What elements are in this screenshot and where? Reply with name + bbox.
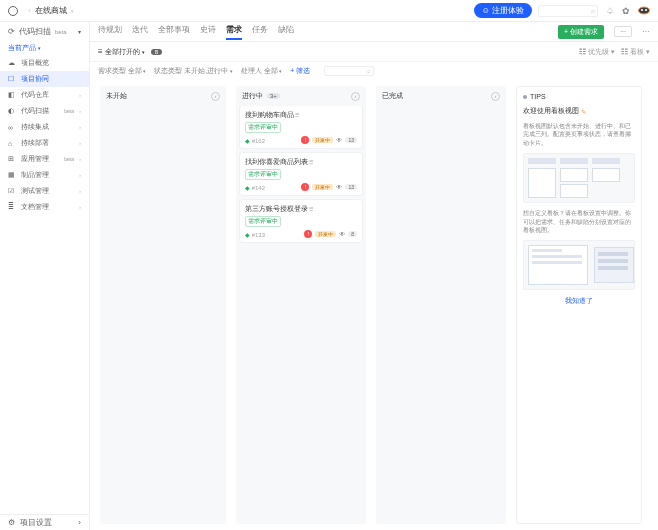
tab-0[interactable]: 待规划: [98, 24, 122, 40]
sidebar-item-icon: ◧: [8, 91, 16, 99]
more-icon[interactable]: ⋯: [642, 27, 650, 36]
tips-paragraph: 看板视图默认包含未开始、进行中、和已完成三列。配置类页事项状态，请查看挪动卡片。: [523, 122, 635, 147]
card-number-badge: 8: [348, 231, 357, 237]
card-id: #133: [245, 231, 265, 238]
view-mode-selector[interactable]: 看板 ▾: [621, 47, 650, 57]
sidebar-item-icon: ▦: [8, 171, 16, 179]
tab-1[interactable]: 迭代: [132, 24, 148, 40]
sort-selector[interactable]: 优先级 ▾: [579, 47, 615, 57]
tips-illustration-2: [523, 240, 635, 290]
kanban-card[interactable]: 第三方账号授权登录 需求评审中 #133 ! 开发中 👁 8: [240, 200, 362, 242]
tips-paragraph-2: 想自定义看板？请在看板设置中调整。你可以把需求、任务和缺陷分别设置对应的看板视图…: [523, 209, 635, 234]
filter-count-badge: 8: [151, 49, 162, 55]
watch-icon[interactable]: 👁: [336, 137, 342, 143]
search-input[interactable]: ⌕: [324, 66, 374, 76]
add-filter[interactable]: + 筛选: [290, 66, 310, 76]
sidebar-item-icon: ⌂: [8, 140, 16, 147]
pencil-icon: ✎: [581, 108, 586, 115]
global-search-input[interactable]: ⌕: [538, 5, 598, 17]
product-name[interactable]: 在线商城: [35, 5, 67, 16]
kanban-card[interactable]: 搜到购物车商品 需求评审中 #162 ! 开发中 👁 13: [240, 106, 362, 148]
gear-icon: ⚙: [8, 518, 15, 527]
watch-icon[interactable]: 👁: [336, 184, 342, 190]
tabs-bar: 待规划迭代全部事项史诗需求任务缺陷 + 创建需求 ··· ⋯: [90, 22, 658, 42]
sidebar-item-label: 代码扫描: [21, 106, 59, 116]
card-number-badge: 13: [345, 137, 357, 143]
card-title: 找到你喜爱商品列表: [245, 157, 357, 167]
watch-icon[interactable]: 👁: [339, 231, 345, 237]
bell-icon[interactable]: ♤: [606, 6, 614, 16]
sidebar-item-label: 应用管理: [21, 154, 59, 164]
sidebar-item-icon: ◐: [8, 107, 16, 115]
card-title: 搜到购物车商品: [245, 110, 357, 120]
column-title: 未开始: [106, 91, 127, 101]
status-badge: 开发中: [312, 137, 333, 143]
column-collapse-icon[interactable]: ‹: [351, 92, 360, 101]
sidebar-item-5[interactable]: ⌂ 持续部署 ›: [0, 135, 89, 151]
card-id: #162: [245, 137, 265, 144]
sidebar-item-3[interactable]: ◐ 代码扫描 beta ›: [0, 103, 89, 119]
priority-icon: !: [301, 183, 309, 191]
sidebar-item-icon: ⊞: [8, 155, 16, 163]
create-button[interactable]: + 创建需求: [558, 25, 604, 39]
filter-type[interactable]: 需求类型 全部: [98, 66, 146, 76]
sidebar-item-label: 持续部署: [21, 138, 74, 148]
column-collapse-icon[interactable]: ‹: [211, 92, 220, 101]
column-count: 3+: [267, 93, 280, 99]
sidebar-item-icon: ☐: [8, 75, 16, 83]
kanban-column-2: 已完成 ‹: [376, 86, 506, 524]
sidebar-item-6[interactable]: ⊞ 应用管理 beta ›: [0, 151, 89, 167]
card-id: #142: [245, 184, 265, 191]
sidebar-item-label: 文档管理: [21, 202, 74, 212]
tips-header: TIPS: [530, 93, 546, 100]
sidebar-footer-settings[interactable]: ⚙ 项目设置 ›: [0, 514, 89, 530]
sidebar-item-label: 代码仓库: [21, 90, 74, 100]
card-stage-badge: 需求评审中: [245, 169, 281, 180]
tips-dismiss-link[interactable]: 我知道了: [523, 296, 635, 306]
sidebar-item-label: 持续集成: [21, 122, 74, 132]
feedback-button[interactable]: 注册体验: [474, 3, 532, 18]
tab-2[interactable]: 全部事项: [158, 24, 190, 40]
status-badge: 开发中: [312, 184, 333, 190]
sidebar-item-label: 制品管理: [21, 170, 74, 180]
view-selector[interactable]: ···: [614, 26, 632, 37]
kanban-board: 未开始 ‹ 进行中 3+ ‹ 搜到购物车商品 需求评审中 #162 ! 开发中 …: [90, 80, 658, 530]
avatar[interactable]: [638, 6, 650, 15]
column-title: 进行中: [242, 91, 263, 101]
gear-icon[interactable]: ✿: [622, 6, 630, 16]
tab-5[interactable]: 任务: [252, 24, 268, 40]
sidebar-item-7[interactable]: ▦ 制品管理 ›: [0, 167, 89, 183]
tab-6[interactable]: 缺陷: [278, 24, 294, 40]
tab-3[interactable]: 史诗: [200, 24, 216, 40]
sidebar-item-0[interactable]: ☁ 项目概览: [0, 55, 89, 71]
sidebar-item-2[interactable]: ◧ 代码仓库 ›: [0, 87, 89, 103]
card-number-badge: 13: [345, 184, 357, 190]
sidebar-product-selector[interactable]: 当前产品: [0, 41, 89, 55]
filter-title[interactable]: 全部打开的 ▾: [98, 47, 145, 57]
priority-icon: !: [301, 136, 309, 144]
sidebar-item-8[interactable]: ☑ 测试管理 ›: [0, 183, 89, 199]
card-stage-badge: 需求评审中: [245, 122, 281, 133]
sidebar-item-icon: ∞: [8, 124, 16, 131]
kanban-card[interactable]: 找到你喜爱商品列表 需求评审中 #142 ! 开发中 👁 13: [240, 153, 362, 195]
sidebar-root[interactable]: ⟳ 代码扫描 beta ▾: [0, 22, 89, 41]
filter-status[interactable]: 状态类型 未开始,进行中: [154, 66, 232, 76]
sidebar-item-9[interactable]: ≣ 文档管理 ›: [0, 199, 89, 215]
sidebar-item-4[interactable]: ∞ 持续集成 ›: [0, 119, 89, 135]
filter-bar: 全部打开的 ▾ 8 优先级 ▾ 看板 ▾: [90, 42, 658, 62]
sidebar-item-icon: ≣: [8, 203, 16, 211]
secondary-filter-bar: 需求类型 全部 状态类型 未开始,进行中 处理人 全部 + 筛选 ⌕: [90, 62, 658, 80]
breadcrumb-sep: ›: [28, 6, 31, 15]
sidebar-item-1[interactable]: ☐ 项目协同: [0, 71, 89, 87]
sidebar-item-label: 项目概览: [21, 58, 81, 68]
dropdown-chevron[interactable]: ▾: [71, 8, 74, 14]
tab-4[interactable]: 需求: [226, 24, 242, 40]
sidebar-item-label: 项目协同: [21, 74, 81, 84]
card-title: 第三方账号授权登录: [245, 204, 357, 214]
column-title: 已完成: [382, 91, 403, 101]
sidebar-item-icon: ☁: [8, 59, 16, 67]
tips-illustration: [523, 153, 635, 203]
sidebar-item-label: 测试管理: [21, 186, 74, 196]
filter-assignee[interactable]: 处理人 全部: [241, 66, 282, 76]
column-collapse-icon[interactable]: ‹: [491, 92, 500, 101]
